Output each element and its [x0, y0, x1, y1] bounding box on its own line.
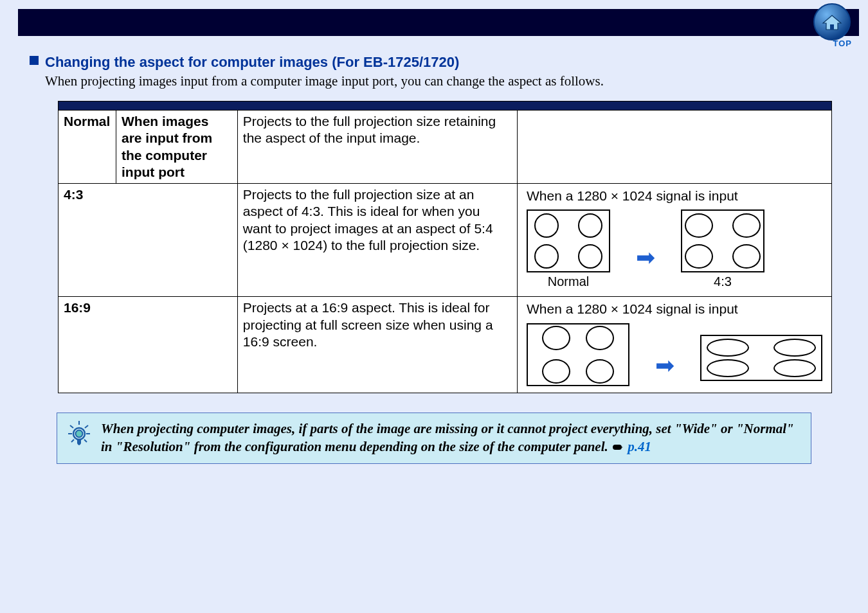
tip-callout: When projecting computer images, if part… — [57, 413, 811, 465]
svg-line-8 — [84, 440, 87, 442]
arrow-right-icon: ➡ — [655, 354, 674, 377]
arrow-right-icon: ➡ — [636, 246, 655, 269]
table-row: 4:3 Projects to the full projection size… — [59, 184, 832, 297]
cell-visual: When a 1280 × 1024 signal is input — [518, 297, 832, 393]
header-dark-band — [18, 9, 859, 36]
section-heading: Changing the aspect for computer images … — [45, 54, 459, 71]
cell-visual — [518, 111, 832, 184]
cell-visual: When a 1280 × 1024 signal is input Norma… — [518, 184, 832, 297]
projection-43-diagram: 4:3 — [681, 209, 764, 290]
projection-normal-diagram — [527, 323, 629, 386]
aspect-table: Normal When images are input from the co… — [58, 110, 832, 393]
cell-description: Projects to the full projection size at … — [237, 184, 517, 297]
section-title-row: Changing the aspect for computer images … — [30, 54, 838, 71]
svg-point-10 — [76, 430, 83, 437]
cell-mode-name: Normal — [59, 111, 116, 184]
svg-line-3 — [70, 425, 73, 428]
lightbulb-tip-icon — [66, 420, 92, 450]
tip-text: When projecting computer images, if part… — [101, 420, 800, 458]
top-home-icon[interactable] — [811, 3, 853, 45]
table-row: 16:9 Projects at a 16:9 aspect. This is … — [59, 297, 832, 393]
page-header: TOP — [0, 0, 868, 40]
projection-169-diagram — [700, 328, 822, 381]
section-intro-text: When projecting images input from a comp… — [45, 73, 838, 89]
cell-mode-name: 16:9 — [59, 297, 238, 393]
cell-description: Projects at a 16:9 aspect. This is ideal… — [237, 297, 517, 393]
table-row: Normal When images are input from the co… — [59, 111, 832, 184]
vis-caption: When a 1280 × 1024 signal is input — [527, 188, 822, 204]
svg-line-4 — [85, 425, 88, 428]
projection-normal-diagram: Normal — [527, 209, 610, 290]
table-header-band — [58, 101, 832, 110]
pointer-hand-icon — [611, 439, 624, 457]
cell-mode-name: 4:3 — [59, 184, 238, 297]
diagram-label: 4:3 — [681, 274, 764, 290]
page-reference-link[interactable]: p.41 — [628, 439, 651, 454]
svg-line-7 — [71, 440, 74, 442]
diagram-label: Normal — [527, 274, 610, 290]
tip-text-body: When projecting computer images, if part… — [101, 421, 794, 454]
cell-description: Projects to the full projection size ret… — [237, 111, 517, 184]
square-bullet-icon — [30, 56, 39, 65]
vis-caption: When a 1280 × 1024 signal is input — [527, 301, 822, 317]
svg-rect-1 — [830, 24, 834, 30]
aspect-table-wrap: Normal When images are input from the co… — [58, 101, 832, 393]
cell-condition: When images are input from the computer … — [116, 111, 237, 184]
